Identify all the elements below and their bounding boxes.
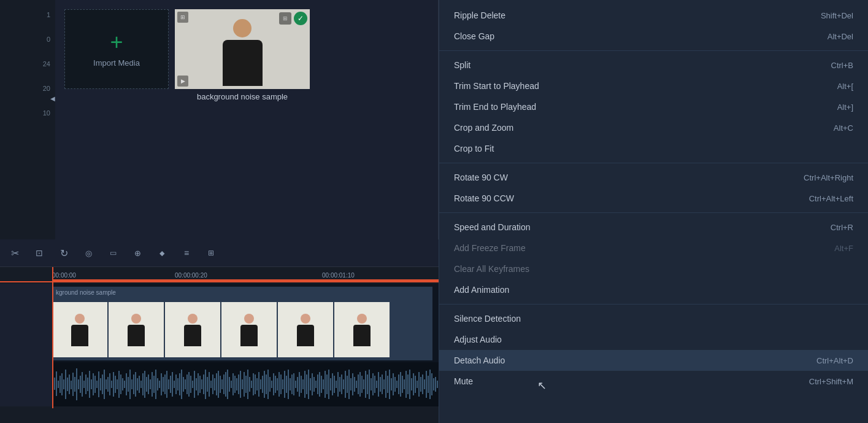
loop-tool[interactable]: ↻ [55, 244, 72, 262]
svg-rect-137 [304, 371, 305, 398]
svg-rect-116 [266, 374, 267, 394]
menu-item-detach-audio[interactable]: Detach Audio Ctrl+Alt+D [439, 350, 868, 371]
svg-rect-183 [389, 370, 390, 399]
svg-rect-209 [437, 381, 438, 388]
cut-tool[interactable]: ✂ [6, 244, 23, 262]
audio-track [0, 362, 439, 406]
menu-label-trim-end: Trim End to Playhead [454, 102, 536, 112]
svg-rect-12 [74, 377, 75, 392]
menu-item-speed-duration[interactable]: Speed and Duration Ctrl+R [439, 217, 868, 238]
menu-item-split[interactable]: Split Ctrl+B [439, 55, 868, 76]
thumb-check-icon: ✓ [294, 12, 307, 25]
svg-rect-156 [339, 377, 340, 392]
ruler-num-10: 10 [43, 109, 50, 117]
svg-rect-152 [332, 373, 333, 395]
svg-rect-154 [336, 381, 337, 388]
svg-rect-200 [420, 377, 421, 392]
import-media-tile[interactable]: + Import Media [64, 9, 169, 89]
svg-rect-21 [91, 379, 92, 389]
svg-rect-204 [428, 376, 429, 393]
svg-rect-51 [146, 377, 147, 392]
svg-rect-100 [236, 378, 237, 390]
svg-rect-127 [286, 376, 287, 393]
svg-rect-139 [308, 370, 309, 399]
menu-label-silence-detection: Silence Detection [454, 314, 521, 324]
clip-label: kground noise sample [56, 289, 116, 296]
menu-item-trim-start[interactable]: Trim Start to Playhead Alt+[ [439, 76, 868, 96]
svg-rect-78 [196, 378, 197, 390]
menu-item-crop-fit[interactable]: Crop to Fit [439, 138, 868, 159]
svg-rect-59 [161, 373, 162, 395]
menu-item-adjust-audio[interactable]: Adjust Audio [439, 329, 868, 350]
svg-rect-63 [168, 379, 169, 389]
menu-shortcut-rotate-ccw: Ctrl+Alt+Left [809, 194, 853, 203]
svg-rect-178 [380, 377, 381, 392]
svg-rect-128 [288, 370, 289, 399]
audio-waveform-tool[interactable]: ⊞ [202, 244, 220, 262]
svg-rect-54 [152, 372, 153, 397]
menu-label-rotate-cw: Rotate 90 CW [454, 173, 508, 182]
target-tool[interactable]: ⊕ [129, 244, 146, 262]
film-frame-3 [165, 302, 220, 357]
svg-rect-67 [175, 374, 177, 394]
color-tool[interactable]: ◎ [80, 244, 97, 262]
svg-rect-188 [398, 374, 399, 394]
menu-item-rotate-cw[interactable]: Rotate 90 CW Ctrl+Alt+Right [439, 167, 868, 188]
svg-rect-50 [144, 371, 145, 398]
svg-rect-150 [328, 370, 329, 399]
svg-rect-118 [269, 377, 271, 392]
svg-rect-190 [402, 376, 403, 393]
menu-item-trim-end[interactable]: Trim End to Playhead Alt+] [439, 96, 868, 117]
svg-rect-20 [89, 371, 90, 398]
svg-rect-49 [142, 373, 144, 395]
video-tile[interactable]: ⊞ ✓ ⊞ ▶ background noise sample [175, 9, 310, 101]
menu-shortcut-rotate-cw: Ctrl+Alt+Right [804, 173, 853, 182]
svg-rect-83 [205, 370, 206, 399]
svg-rect-55 [153, 376, 155, 393]
menu-item-silence-detection[interactable]: Silence Detection [439, 308, 868, 329]
crop-tool[interactable]: ⊡ [31, 244, 48, 262]
svg-rect-43 [131, 379, 133, 389]
film-frame-6 [334, 302, 390, 357]
svg-rect-17 [83, 381, 85, 388]
svg-rect-19 [87, 378, 88, 391]
svg-rect-91 [220, 376, 221, 393]
menu-item-close-gap[interactable]: Close Gap Alt+Del [439, 26, 868, 47]
svg-rect-80 [199, 376, 201, 393]
svg-rect-129 [290, 378, 291, 390]
menu-item-mute[interactable]: Mute Ctrl+Shift+M [439, 371, 868, 392]
svg-rect-176 [376, 381, 377, 388]
screen-tool[interactable]: ▭ [104, 244, 121, 262]
svg-rect-113 [260, 379, 261, 389]
svg-rect-99 [234, 376, 236, 393]
film-frame-5 [278, 302, 333, 357]
svg-rect-169 [363, 379, 364, 389]
svg-rect-89 [216, 373, 217, 395]
adjust-tool[interactable]: ≡ [178, 244, 195, 262]
menu-label-split: Split [454, 60, 470, 70]
svg-rect-15 [80, 376, 81, 393]
menu-item-rotate-ccw[interactable]: Rotate 90 CCW Ctrl+Alt+Left [439, 188, 868, 209]
svg-rect-36 [118, 371, 120, 398]
video-thumbnail: ⊞ ✓ ⊞ ▶ [175, 9, 310, 89]
menu-item-add-animation[interactable]: Add Animation [439, 279, 868, 300]
menu-item-ripple-delete[interactable]: Ripple Delete Shift+Del [439, 5, 868, 26]
svg-rect-181 [385, 371, 386, 398]
media-bin: 1 0 24 20 10 ◀ + Import Media [0, 0, 439, 239]
svg-rect-8 [67, 378, 68, 391]
svg-rect-120 [273, 373, 274, 395]
keyframe-tool[interactable]: ◆ [153, 244, 171, 262]
svg-rect-117 [267, 370, 269, 399]
menu-label-detach-audio: Detach Audio [454, 355, 505, 365]
menu-item-crop-zoom[interactable]: Crop and Zoom Alt+C [439, 117, 868, 138]
svg-rect-106 [247, 370, 248, 399]
svg-rect-123 [278, 372, 280, 397]
svg-rect-33 [113, 372, 114, 397]
svg-rect-16 [82, 372, 83, 397]
menu-shortcut-detach-audio: Ctrl+Alt+D [816, 356, 853, 365]
film-frame-2 [109, 302, 164, 357]
video-clip[interactable]: kground noise sample [52, 287, 432, 360]
separator-4 [439, 304, 868, 305]
timeline-toolbar: ✂ ⊡ ↻ ◎ ▭ ⊕ ◆ ≡ ⊞ [0, 239, 439, 267]
svg-rect-168 [361, 376, 363, 393]
